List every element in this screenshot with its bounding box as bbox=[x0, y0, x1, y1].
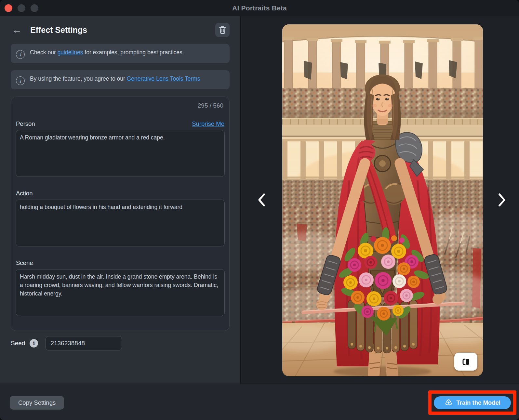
seed-input[interactable] bbox=[46, 336, 122, 350]
compare-icon bbox=[461, 358, 471, 366]
minimize-button[interactable] bbox=[18, 4, 25, 12]
info-icon: i bbox=[16, 50, 25, 59]
back-icon[interactable]: ← bbox=[11, 25, 23, 35]
train-button-label: Train the Model bbox=[456, 399, 500, 406]
compare-button[interactable] bbox=[454, 353, 477, 371]
chevron-right-icon bbox=[497, 193, 507, 207]
prompt-form-card: 295 / 560 Person Surprise Me A Roman gla… bbox=[11, 97, 230, 331]
notice-text: By using the feature, you agree to our G… bbox=[30, 74, 200, 85]
footer-bar: Copy Settings Train the Model bbox=[0, 384, 519, 420]
gladiator-portrait-illustration bbox=[282, 24, 483, 376]
next-image-button[interactable] bbox=[495, 193, 509, 207]
action-label: Action bbox=[16, 190, 33, 197]
info-icon: i bbox=[16, 76, 25, 85]
panel-header: ← Effect Settings bbox=[11, 23, 230, 37]
window-title: AI Portraits Beta bbox=[232, 4, 287, 12]
seed-label: Seed bbox=[11, 340, 25, 347]
seed-row: Seed i bbox=[11, 336, 230, 350]
effect-settings-panel: ← Effect Settings i Check our guide bbox=[0, 16, 241, 384]
annotation-highlight: Train the Model bbox=[428, 390, 516, 415]
title-bar: AI Portraits Beta bbox=[0, 0, 519, 16]
person-label: Person bbox=[16, 120, 35, 127]
person-input[interactable]: A Roman gladiator wearing bronze armor a… bbox=[16, 130, 225, 177]
previous-image-button[interactable] bbox=[254, 193, 269, 207]
seed-info-icon[interactable]: i bbox=[30, 339, 38, 348]
terms-notice: i By using the feature, you agree to our… bbox=[11, 70, 230, 89]
portrait-image bbox=[282, 24, 483, 376]
scene-label: Scene bbox=[16, 259, 33, 267]
trash-icon bbox=[219, 26, 226, 34]
trash-button[interactable] bbox=[215, 23, 230, 37]
app-window: AI Portraits Beta ← Effect Settings bbox=[0, 0, 519, 420]
ai-model-icon bbox=[444, 399, 453, 407]
traffic-lights bbox=[5, 4, 38, 12]
scene-input[interactable]: Harsh midday sun, dust in the air. Insid… bbox=[16, 269, 225, 316]
page-title: Effect Settings bbox=[30, 25, 87, 35]
close-button[interactable] bbox=[5, 4, 12, 12]
train-the-model-button[interactable]: Train the Model bbox=[434, 396, 511, 409]
surprise-me-link[interactable]: Surprise Me bbox=[192, 120, 224, 127]
chevron-left-icon bbox=[257, 193, 266, 207]
guidelines-link[interactable]: guidelines bbox=[58, 49, 83, 56]
char-counter: 295 / 560 bbox=[16, 102, 223, 109]
zoom-button[interactable] bbox=[31, 4, 38, 12]
terms-link[interactable]: Generative Lens Tools Terms bbox=[127, 75, 200, 82]
preview-panel bbox=[241, 16, 519, 384]
notice-text: Check our guidelines for examples, promp… bbox=[30, 48, 184, 59]
guidelines-notice: i Check our guidelines for examples, pro… bbox=[11, 44, 230, 63]
action-input[interactable]: holding a bouquet of flowers in his hand… bbox=[16, 200, 225, 246]
copy-settings-button[interactable]: Copy Settings bbox=[10, 396, 64, 410]
